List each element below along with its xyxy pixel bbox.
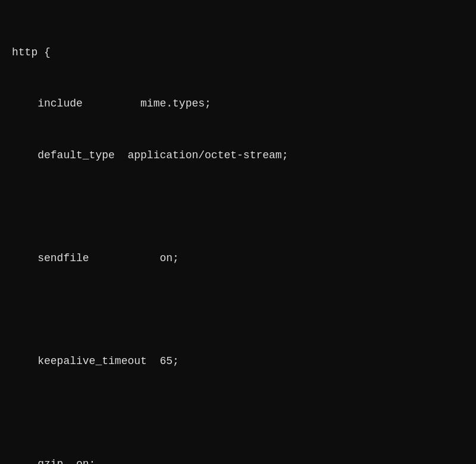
- line-text: sendfile on;: [12, 252, 179, 264]
- line-5: sendfile on;: [12, 250, 464, 267]
- line-3: default_type application/octet-stream;: [12, 147, 464, 164]
- line-6: [12, 302, 464, 319]
- line-text: keepalive_timeout 65;: [12, 355, 179, 367]
- line-text: include mime.types;: [12, 98, 211, 109]
- line-9: gzip on;: [12, 456, 464, 464]
- code-editor: http { include mime.types; default_type …: [0, 0, 476, 464]
- line-text: http {: [12, 46, 51, 58]
- line-2: include mime.types;: [12, 95, 464, 112]
- line-8: [12, 405, 464, 422]
- line-4: [12, 198, 464, 215]
- line-7: keepalive_timeout 65;: [12, 353, 464, 370]
- line-1: http {: [12, 44, 464, 61]
- line-text: gzip on;: [12, 458, 95, 464]
- line-text: default_type application/octet-stream;: [12, 149, 288, 161]
